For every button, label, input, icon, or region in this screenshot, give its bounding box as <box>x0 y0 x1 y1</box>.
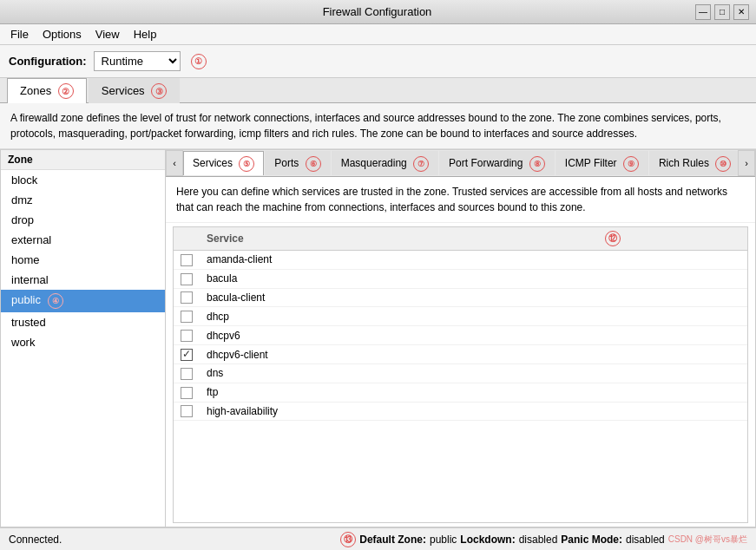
service-name-high-availability: high-availability <box>200 402 595 421</box>
watermark: CSDN @树哥vs暴烂 <box>668 534 747 546</box>
service-name-ftp: ftp <box>200 383 595 402</box>
annotation-5: ⑤ <box>239 156 254 172</box>
table-row: bacula-client <box>174 288 747 307</box>
panic-value: disabled <box>626 534 665 546</box>
status-connected: Connected. <box>9 534 333 546</box>
service-checkbox-high-availability[interactable] <box>181 405 193 417</box>
zone-item-block[interactable]: block <box>1 170 165 190</box>
service-name-dhcpv6-client: dhcpv6-client <box>200 345 595 364</box>
table-row: ftp <box>174 383 747 402</box>
zone-list: Zone block dmz drop external home intern… <box>1 150 166 527</box>
annotation-9: ⑨ <box>623 156 639 172</box>
config-select[interactable]: Runtime Permanent <box>94 51 181 71</box>
zone-item-drop[interactable]: drop <box>1 210 165 230</box>
inner-tab-scroll-left[interactable]: ‹ <box>166 150 183 176</box>
zone-item-internal[interactable]: internal <box>1 270 165 290</box>
services-description: Here you can define which services are t… <box>166 177 755 223</box>
menu-options[interactable]: Options <box>36 26 89 43</box>
annotation-12-cell: ⑫ <box>595 227 747 251</box>
content-area: Zone block dmz drop external home intern… <box>0 149 756 527</box>
inner-tab-port-forwarding[interactable]: Port Forwarding ⑧ <box>439 151 555 175</box>
table-row: amanda-client <box>174 251 747 270</box>
table-row: dhcpv6-client <box>174 345 747 364</box>
maximize-button[interactable]: □ <box>714 4 730 20</box>
annotation-2: ② <box>58 83 74 99</box>
service-name-dhcp: dhcp <box>200 307 595 326</box>
annotation-8: ⑧ <box>529 156 545 172</box>
table-row: dns <box>174 363 747 383</box>
inner-tabs-container: ‹ Services ⑤ Ports ⑥ Masquerading ⑦ Port… <box>166 150 755 177</box>
annotation-7: ⑦ <box>413 156 429 172</box>
configbar: Configuration: Runtime Permanent ① <box>0 45 756 78</box>
lockdown-label: Lockdown: <box>460 534 515 546</box>
inner-tab-scroll-right[interactable]: › <box>738 150 755 176</box>
service-name-amanda: amanda-client <box>200 251 595 270</box>
zone-item-trusted[interactable]: trusted <box>1 312 165 332</box>
table-row: dhcp <box>174 307 747 326</box>
inner-tab-masquerading[interactable]: Masquerading ⑦ <box>332 151 438 175</box>
zone-list-header: Zone <box>1 150 165 170</box>
service-table-header: Service <box>200 227 595 251</box>
inner-tab-icmp-filter[interactable]: ICMP Filter ⑨ <box>555 151 648 175</box>
zone-item-home[interactable]: home <box>1 250 165 270</box>
default-zone-value: public <box>430 534 457 546</box>
menu-help[interactable]: Help <box>127 26 164 43</box>
table-row: high-availability <box>174 402 747 421</box>
main-content: Zones ② Services ③ A firewalld zone defi… <box>0 78 756 527</box>
menu-file[interactable]: File <box>3 26 36 43</box>
close-button[interactable]: ✕ <box>733 4 749 20</box>
table-row: dhcpv6 <box>174 326 747 345</box>
default-zone-label: Default Zone: <box>359 534 426 546</box>
annotation-13: ⑬ <box>340 532 356 547</box>
table-row: bacula <box>174 269 747 288</box>
zone-item-dmz[interactable]: dmz <box>1 190 165 210</box>
menubar: File Options View Help <box>0 24 756 45</box>
service-checkbox-dhcpv6-client[interactable] <box>181 349 193 361</box>
annotation-4: ④ <box>48 293 63 309</box>
service-name-bacula: bacula <box>200 269 595 288</box>
inner-tab-ports[interactable]: Ports ⑥ <box>265 151 330 175</box>
service-checkbox-bacula[interactable] <box>181 273 193 285</box>
service-table: Service ⑫ amanda-client <box>174 227 747 421</box>
service-checkbox-dns[interactable] <box>181 368 193 380</box>
annotation-12: ⑫ <box>605 231 621 246</box>
inner-tabs: Services ⑤ Ports ⑥ Masquerading ⑦ Port F… <box>183 151 738 175</box>
zone-item-public[interactable]: public ④ <box>1 290 165 312</box>
zone-item-external[interactable]: external <box>1 230 165 250</box>
main-tabs: Zones ② Services ③ <box>0 78 756 103</box>
minimize-button[interactable]: — <box>695 4 711 20</box>
service-name-dhcpv6: dhcpv6 <box>200 326 595 345</box>
annotation-3: ③ <box>151 83 167 99</box>
service-checkbox-dhcpv6[interactable] <box>181 330 193 342</box>
service-name-bacula-client: bacula-client <box>200 288 595 307</box>
panic-label: Panic Mode: <box>561 534 622 546</box>
annotation-6: ⑥ <box>306 156 321 172</box>
service-checkbox-amanda[interactable] <box>181 254 193 266</box>
service-table-checkbox-header <box>174 227 200 251</box>
service-checkbox-ftp[interactable] <box>181 387 193 399</box>
zone-description: A firewalld zone defines the level of tr… <box>0 103 756 149</box>
titlebar-buttons: — □ ✕ <box>695 4 749 20</box>
service-name-dns: dns <box>200 363 595 383</box>
right-panel: ‹ Services ⑤ Ports ⑥ Masquerading ⑦ Port… <box>166 150 755 527</box>
tab-zones[interactable]: Zones ② <box>7 78 87 103</box>
service-table-container[interactable]: Service ⑫ amanda-client <box>173 226 748 523</box>
window-title: Firewall Configuration <box>59 5 695 18</box>
annotation-10: ⑩ <box>715 156 731 172</box>
inner-tab-services[interactable]: Services ⑤ <box>183 151 264 175</box>
menu-view[interactable]: View <box>89 26 127 43</box>
config-label: Configuration: <box>9 55 87 68</box>
annotation-1: ① <box>191 54 207 69</box>
service-checkbox-dhcp[interactable] <box>181 311 193 323</box>
titlebar: Firewall Configuration — □ ✕ <box>0 0 756 24</box>
service-checkbox-bacula-client[interactable] <box>181 291 193 304</box>
zone-item-work[interactable]: work <box>1 332 165 352</box>
statusbar: Connected. ⑬ Default Zone: public Lockdo… <box>0 527 756 550</box>
inner-tab-rich-rules[interactable]: Rich Rules ⑩ <box>649 151 738 175</box>
lockdown-value: disabled <box>519 534 558 546</box>
tab-services-main[interactable]: Services ③ <box>89 78 180 103</box>
